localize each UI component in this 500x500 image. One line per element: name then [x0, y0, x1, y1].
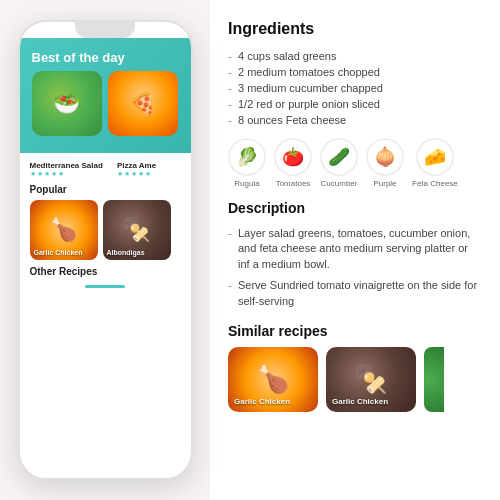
recipe-card-1[interactable]: Mediterranea Salad ★★★★★ [30, 161, 103, 178]
phone-content: Mediterranea Salad ★★★★★ Pizza Ame ★★★★★… [20, 153, 191, 296]
purple-circle: 🧅 [366, 138, 404, 176]
description-list: Layer salad greens, tomatoes, cucumber o… [228, 224, 482, 313]
description-item-1: Layer salad greens, tomatoes, cucumber o… [228, 224, 482, 276]
ing-icon-cucumber[interactable]: 🥒 Cucumber [320, 138, 358, 188]
description-item-2: Serve Sundried tomato vinaigrette on the… [228, 276, 482, 313]
ingredients-title: Ingredients [228, 20, 482, 38]
rugula-circle: 🥬 [228, 138, 266, 176]
popular-card-balls[interactable]: 🍢 Albondigas [103, 200, 171, 260]
ing-icon-rugula[interactable]: 🥬 Rugula [228, 138, 266, 188]
feta-circle: 🧀 [416, 138, 454, 176]
chicken-label: Garlic Chicken [34, 249, 83, 256]
popular-title: Popular [30, 184, 181, 195]
hero-images: 🥗 🍕 [32, 71, 179, 136]
pizza-emoji: 🍕 [108, 71, 178, 136]
similar-label-1: Garlic Chicken [234, 397, 290, 406]
hero-title: Best of the day [32, 50, 179, 65]
popular-cards: 🍗 Garlic Chicken 🍢 Albondigas [30, 200, 181, 260]
other-recipes-title: Other Recipes [30, 266, 181, 277]
right-panel: Ingredients 4 cups salad greens 2 medium… [210, 0, 500, 500]
hero-salad-img: 🥗 [32, 71, 102, 136]
phone-hero: Best of the day 🥗 🍕 [20, 38, 191, 153]
tomatoes-circle: 🍅 [274, 138, 312, 176]
description-title: Description [228, 200, 482, 216]
recipe-card-2[interactable]: Pizza Ame ★★★★★ [117, 161, 156, 178]
ingredient-icons: 🥬 Rugula 🍅 Tomatoes 🥒 Cucumber 🧅 Purple … [228, 138, 482, 188]
ingredient-item: 2 medium tomatoes chopped [228, 64, 482, 80]
similar-title: Similar recipes [228, 323, 482, 339]
phone-notch [75, 22, 135, 38]
ing-icon-tomatoes[interactable]: 🍅 Tomatoes [274, 138, 312, 188]
left-panel: Best of the day 🥗 🍕 Mediterranea Salad ★… [0, 0, 210, 500]
hero-pizza-img: 🍕 [108, 71, 178, 136]
balls-label: Albondigas [107, 249, 145, 256]
cucumber-circle: 🥒 [320, 138, 358, 176]
similar-card-partial [424, 347, 444, 412]
partial-bg [424, 347, 444, 412]
recipe-cards: Mediterranea Salad ★★★★★ Pizza Ame ★★★★★ [30, 161, 181, 178]
ingredient-item: 1/2 red or purple onion sliced [228, 96, 482, 112]
ingredient-item: 3 medium cucumber chapped [228, 80, 482, 96]
similar-card-1[interactable]: 🍗 Garlic Chicken [228, 347, 318, 412]
ing-icon-feta[interactable]: 🧀 Feta Cheese [412, 138, 458, 188]
ingredient-item: 8 ounces Feta cheese [228, 112, 482, 128]
ing-icon-purple[interactable]: 🧅 Purple [366, 138, 404, 188]
popular-card-chicken[interactable]: 🍗 Garlic Chicken [30, 200, 98, 260]
similar-section: Similar recipes 🍗 Garlic Chicken 🍢 Garli… [228, 323, 482, 412]
similar-label-2: Garlic Chicken [332, 397, 388, 406]
phone-mockup: Best of the day 🥗 🍕 Mediterranea Salad ★… [18, 20, 193, 480]
scrollbar [85, 285, 125, 288]
similar-card-2[interactable]: 🍢 Garlic Chicken [326, 347, 416, 412]
salad-emoji: 🥗 [32, 71, 102, 136]
similar-cards: 🍗 Garlic Chicken 🍢 Garlic Chicken [228, 347, 482, 412]
ingredient-list: 4 cups salad greens 2 medium tomatoes ch… [228, 48, 482, 128]
ingredient-item: 4 cups salad greens [228, 48, 482, 64]
